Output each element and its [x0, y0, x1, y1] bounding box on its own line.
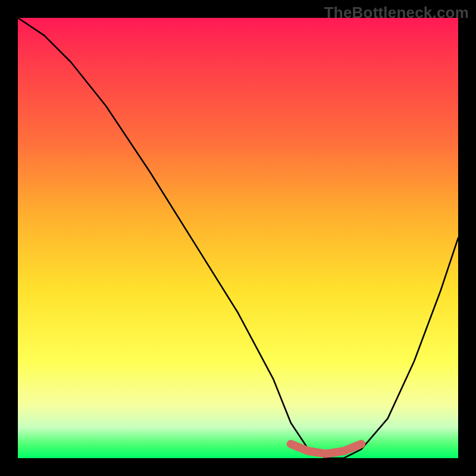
chart-frame: TheBottleneck.com: [0, 0, 476, 476]
watermark-text: TheBottleneck.com: [324, 4, 469, 22]
curve-layer: [18, 18, 458, 458]
valley-highlight: [291, 444, 361, 453]
bottleneck-curve: [18, 18, 458, 458]
plot-area: [18, 18, 458, 458]
